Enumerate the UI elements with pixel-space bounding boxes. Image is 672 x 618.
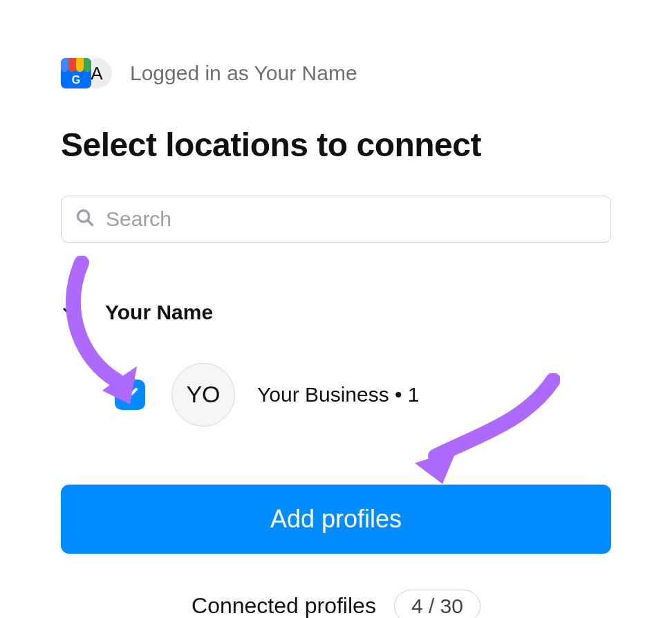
check-icon	[122, 386, 138, 403]
svg-line-1	[88, 220, 93, 225]
search-icon	[75, 208, 95, 230]
location-item[interactable]: YO Your Business • 1	[61, 363, 611, 427]
location-checkbox[interactable]	[115, 380, 145, 410]
location-avatar: YO	[171, 363, 235, 427]
search-box[interactable]	[61, 196, 611, 243]
connected-profiles-footer: Connected profiles 4 / 30	[61, 590, 611, 618]
page-title: Select locations to connect	[61, 127, 611, 164]
user-avatar-initial: A	[91, 63, 102, 84]
location-label: Your Business • 1	[257, 383, 420, 406]
location-group-header[interactable]: Your Name	[61, 301, 611, 324]
header: G A Logged in as Your Name	[61, 58, 611, 88]
google-my-business-icon: G	[61, 58, 91, 88]
search-input[interactable]	[106, 207, 597, 231]
chevron-down-icon[interactable]	[61, 308, 80, 317]
connected-profiles-label: Connected profiles	[192, 593, 376, 618]
connected-profiles-badge: 4 / 30	[394, 590, 480, 618]
add-profiles-button[interactable]: Add profiles	[61, 485, 611, 554]
gmb-icon-letter: G	[61, 74, 91, 86]
logged-in-label: Logged in as Your Name	[130, 62, 357, 85]
group-name: Your Name	[105, 301, 213, 324]
location-avatar-initials: YO	[186, 381, 220, 408]
